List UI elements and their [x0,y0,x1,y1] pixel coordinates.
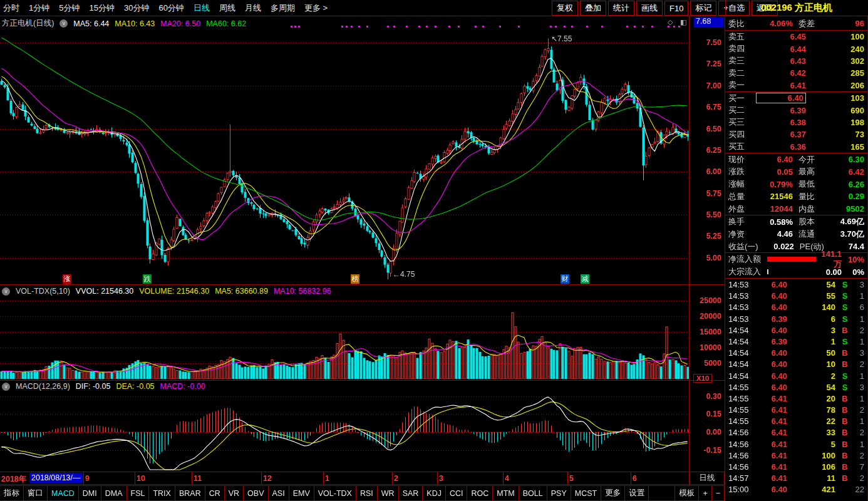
zoom-out-button[interactable]: − [711,485,725,501]
tab-DMI[interactable]: DMI [78,485,101,501]
event-dot [601,26,603,28]
tab-OBV[interactable]: OBV [243,485,268,501]
menu-item-分时[interactable]: 分时 [3,3,19,14]
main-chart-canvas[interactable] [0,29,689,284]
level-price[interactable]: 6.37 [756,130,806,139]
toolbar-button-F10[interactable]: F10 [664,1,688,16]
level-label: 卖四 [728,43,756,54]
menu-item-日线[interactable]: 日线 [194,3,210,14]
level-label: 卖二 [728,68,756,79]
menu-item-1分钟[interactable]: 1分钟 [29,3,49,14]
tab-MTM[interactable]: MTM [492,485,519,501]
tab-ROC[interactable]: ROC [467,485,493,501]
level-price[interactable]: 6.39 [756,106,806,115]
chart-badge-榜[interactable]: 榜 [351,274,359,284]
volume-chart-canvas[interactable] [0,296,689,379]
tab-EMV[interactable]: EMV [289,485,314,501]
tab-ASI[interactable]: ASI [268,485,289,501]
event-dot [651,26,653,28]
split-view-icon[interactable]: ◧ [680,18,686,26]
menu-item-60分钟[interactable]: 60分钟 [158,3,183,14]
diamond-icon[interactable]: ◇ [668,18,673,26]
quote-info-row: 涨幅0.79%最低6.26 [725,178,867,190]
toolbar-button-标记[interactable]: 标记 [690,1,716,16]
level-price[interactable]: 6.43 [756,56,806,66]
tab-更多[interactable]: 更多 [601,485,625,501]
quote-field: 9502 [827,204,864,214]
level-price[interactable]: 6.45 [756,32,806,41]
level-price[interactable]: 6.44 [756,44,806,54]
event-dot [448,26,450,28]
tab-WR[interactable]: WR [377,485,399,501]
bid-row-买四[interactable]: 买四6.3773 [725,128,867,140]
tab-MACD[interactable]: MACD [47,485,79,501]
tab-BRAR[interactable]: BRAR [175,485,205,501]
menu-item-5分钟[interactable]: 5分钟 [59,3,80,14]
collapse-icon[interactable]: ∨ [59,19,68,28]
menu-item-多周期[interactable]: 多周期 [271,3,295,14]
zoom-in-button[interactable]: + [698,485,711,501]
collapse-icon[interactable]: ∨ [2,287,10,296]
toolbar-button-复权[interactable]: 复权 [552,1,578,16]
tab-BOLL[interactable]: BOLL [519,485,547,501]
tab-KDJ[interactable]: KDJ [422,485,446,501]
ask-row-卖一[interactable]: 卖一6.41206 [725,80,867,91]
level-price[interactable]: 6.41 [756,81,806,90]
ask-row-卖二[interactable]: 卖二6.42285 [725,67,867,79]
macd-chart-canvas[interactable] [0,391,689,471]
template-button[interactable]: 模板 [674,485,699,501]
tab-FSL[interactable]: FSL [127,485,150,501]
menu-item-15分钟[interactable]: 15分钟 [89,3,114,14]
tab-SAR[interactable]: SAR [398,485,423,501]
vol-ma10-value: MA10: 56832.96 [274,287,331,296]
ask-row-卖四[interactable]: 卖四6.44240 [725,43,867,54]
quote-field: 委比 [728,18,756,29]
level-price[interactable]: 6.38 [756,118,806,127]
bid-row-买二[interactable]: 买二6.39690 [725,104,867,116]
bid-row-买五[interactable]: 买五6.36165 [725,141,867,153]
tab-DMA[interactable]: DMA [101,485,127,501]
date-selection-box[interactable]: 2018/08/13/— [29,473,83,483]
tab-MCST[interactable]: MCST [571,485,601,501]
chart-badge-涨[interactable]: 涨 [63,274,71,284]
tab-设置[interactable]: 设置 [624,485,649,501]
menu-item-30分钟[interactable]: 30分钟 [124,3,149,14]
chart-badge-减[interactable]: 减 [581,274,589,284]
quote-field: 收益(一) [728,241,758,252]
menu-item-更多 >[interactable]: 更多 > [304,3,328,14]
toolbar-button-叠加[interactable]: 叠加 [580,1,606,16]
menu-item-周线[interactable]: 周线 [219,3,235,14]
level-volume: 690 [806,106,864,115]
ask-row-卖三[interactable]: 卖三6.43302 [725,55,867,67]
ma20-value: MA20: 6.50 [160,19,200,28]
chart-badge-跌[interactable]: 跌 [143,274,152,284]
level-price[interactable]: 6.42 [756,68,806,78]
volume-tick-15000: 15000 [690,328,721,336]
bid-row-买三[interactable]: 买三6.38198 [725,116,867,128]
event-dot [358,26,360,28]
quote-field: 6.42 [827,167,864,177]
tab-TRIX[interactable]: TRIX [148,485,175,501]
quote-field: 12044 [756,204,793,214]
level-price[interactable]: 6.36 [756,142,806,152]
volume-value: VOLUME: 21546.30 [139,287,209,296]
tab-CR[interactable]: CR [205,485,225,501]
menu-item-月线[interactable]: 月线 [245,3,261,14]
tab-RSI[interactable]: RSI [356,485,378,501]
quote-field: 换手 [728,216,756,227]
toolbar-button-画线[interactable]: 画线 [636,1,663,16]
collapse-icon[interactable]: ∨ [2,383,10,391]
tab-指标[interactable]: 指标 [0,485,24,501]
tab-VOL-TDX[interactable]: VOL-TDX [314,485,356,501]
toolbar-button-统计[interactable]: 统计 [608,1,634,16]
tab-VR[interactable]: VR [224,485,244,501]
month-label-2: 2 [394,474,398,483]
bid-row-买一[interactable]: 买一6.40103 [725,92,867,104]
tab-窗口[interactable]: 窗口 [23,485,48,501]
macd-title: MACD(12,26,9) [16,382,70,391]
ask-row-卖五[interactable]: 卖五6.45100 [725,31,867,43]
tab-PSY[interactable]: PSY [547,485,571,501]
chart-badge-财[interactable]: 财 [561,274,569,284]
level-price[interactable]: 6.40 [756,93,806,103]
tab-CCI[interactable]: CCI [445,485,468,501]
